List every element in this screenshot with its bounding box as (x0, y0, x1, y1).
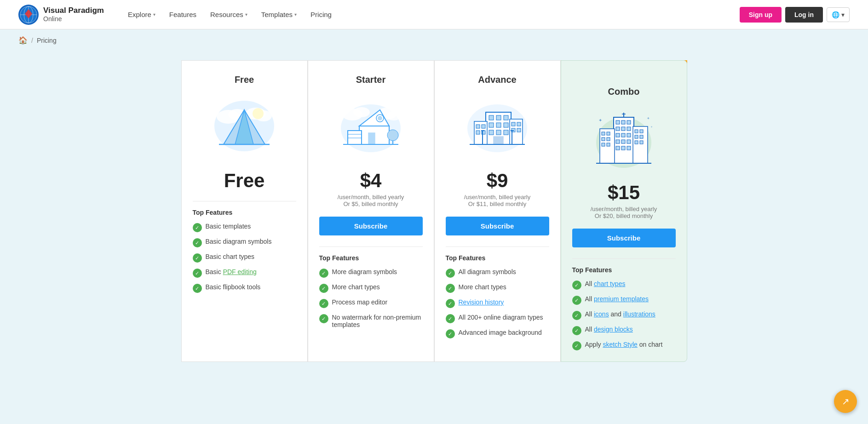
plan-starter: Starter (308, 60, 434, 362)
floating-share-button[interactable]: ↗ (834, 390, 857, 413)
list-item: ✓ All chart types (572, 280, 676, 290)
login-button[interactable]: Log in (785, 7, 823, 23)
svg-rect-47 (476, 131, 480, 134)
svg-rect-23 (348, 131, 362, 144)
list-item: ✓ No watermark for non-premium templates (319, 314, 423, 328)
pdf-editing-link[interactable]: PDF editing (223, 268, 257, 275)
svg-rect-70 (616, 140, 620, 143)
plan-advance-features-title: Top Features (446, 254, 549, 262)
plan-combo-price-alt: Or $20, billed monthly (572, 212, 676, 219)
main-nav: Explore ▾ Features Resources ▾ Templates… (122, 7, 740, 22)
plan-combo-price-sub: /user/month, billed yearly (572, 206, 676, 212)
plan-combo-price-value: $15 (572, 182, 676, 204)
plan-advance-illustration (446, 96, 549, 160)
plan-combo-features-title: Top Features (572, 266, 676, 274)
svg-point-28 (378, 116, 382, 120)
nav-templates[interactable]: Templates ▾ (256, 7, 302, 22)
plan-free-price-value: Free (193, 170, 296, 192)
revision-history-link[interactable]: Revision history (459, 298, 504, 306)
list-item: ✓ Apply sketch Style on chart (572, 341, 676, 350)
features-divider (572, 258, 676, 259)
svg-point-12 (253, 108, 264, 119)
svg-rect-84 (607, 143, 610, 146)
svg-rect-91 (640, 141, 643, 144)
plan-combo-feature-list: ✓ All chart types ✓ All premium template… (572, 280, 676, 350)
language-button[interactable]: 🌐 ▾ (827, 7, 850, 22)
check-icon: ✓ (446, 269, 455, 278)
check-icon: ✓ (572, 296, 581, 305)
chart-types-link[interactable]: chart types (594, 280, 625, 287)
svg-rect-53 (517, 128, 521, 132)
svg-rect-69 (627, 133, 631, 137)
svg-rect-26 (368, 133, 375, 144)
check-icon: ✓ (319, 299, 328, 308)
plan-advance-name: Advance (446, 74, 549, 85)
home-icon[interactable]: 🏠 (18, 36, 28, 45)
combo-subscribe-button[interactable]: Subscribe (572, 229, 676, 247)
svg-rect-39 (504, 123, 508, 127)
icons-link[interactable]: icons (594, 310, 609, 318)
main-content: MOST POPULAR Free (0, 51, 868, 424)
features-divider (319, 246, 423, 247)
chevron-down-icon: ▾ (245, 12, 247, 17)
check-icon: ✓ (319, 314, 328, 323)
svg-rect-73 (616, 146, 620, 150)
starter-subscribe-button[interactable]: Subscribe (319, 217, 423, 235)
plan-advance-price-sub: /user/month, billed yearly (446, 194, 549, 201)
advance-subscribe-button[interactable]: Subscribe (446, 217, 549, 235)
plan-starter-feature-list: ✓ More diagram symbols ✓ More chart type… (319, 268, 423, 328)
sketch-style-link[interactable]: sketch Style (603, 341, 637, 348)
check-icon: ✓ (193, 284, 202, 293)
plan-advance-price-alt: Or $11, billed monthly (446, 201, 549, 207)
svg-rect-45 (476, 125, 480, 128)
nav-pricing[interactable]: Pricing (305, 7, 337, 22)
check-icon: ✓ (572, 326, 581, 335)
svg-rect-41 (496, 130, 501, 135)
check-icon: ✓ (572, 311, 581, 320)
list-item: ✓ All premium templates (572, 295, 676, 305)
pricing-grid: MOST POPULAR Free (181, 60, 687, 362)
check-icon: ✓ (319, 284, 328, 293)
plan-advance: Advance (434, 60, 561, 362)
svg-rect-35 (496, 115, 501, 120)
plan-advance-feature-list: ✓ All diagram symbols ✓ More chart types… (446, 268, 549, 338)
illustrations-link[interactable]: illustrations (623, 310, 655, 318)
list-item: ✓ Revision history (446, 298, 549, 308)
plan-free-feature-list: ✓ Basic templates ✓ Basic diagram symbol… (193, 223, 296, 293)
premium-templates-link[interactable]: premium templates (594, 295, 649, 303)
svg-rect-63 (627, 120, 631, 124)
features-divider (446, 246, 549, 247)
plan-starter-price-sub: /user/month, billed yearly (319, 194, 423, 201)
features-divider (193, 201, 296, 201)
svg-point-20 (386, 111, 401, 120)
signup-button[interactable]: Sign up (740, 7, 782, 23)
list-item: ✓ All icons and illustrations (572, 310, 676, 320)
design-blocks-link[interactable]: design blocks (594, 326, 633, 333)
svg-text:✦: ✦ (647, 116, 650, 120)
svg-rect-87 (640, 130, 643, 133)
plan-starter-features-title: Top Features (319, 254, 423, 262)
svg-rect-83 (602, 143, 605, 146)
svg-rect-37 (489, 123, 494, 127)
logo-sub: Online (43, 15, 104, 23)
list-item: ✓ Basic diagram symbols (193, 238, 296, 247)
plan-combo-price: $15 /user/month, billed yearly Or $20, b… (572, 182, 676, 219)
svg-rect-61 (616, 120, 620, 124)
nav-features[interactable]: Features (164, 7, 202, 22)
svg-rect-62 (621, 120, 625, 124)
logo[interactable]: Visual Paradigm Online (18, 5, 104, 25)
svg-rect-88 (635, 135, 638, 138)
svg-rect-71 (621, 140, 625, 143)
plan-free-features-title: Top Features (193, 209, 296, 216)
plan-starter-price-alt: Or $5, billed monthly (319, 201, 423, 207)
nav-resources[interactable]: Resources ▾ (205, 7, 253, 22)
chevron-down-icon: ▾ (153, 12, 155, 17)
svg-point-18 (353, 107, 370, 117)
plan-free-price: Free (193, 170, 296, 192)
check-icon: ✓ (319, 269, 328, 278)
check-icon: ✓ (572, 341, 581, 350)
nav-explore[interactable]: Explore ▾ (122, 7, 161, 22)
svg-rect-46 (482, 125, 485, 128)
plan-advance-price: $9 /user/month, billed yearly Or $11, bi… (446, 170, 549, 207)
list-item: ✓ All 200+ online diagram types (446, 314, 549, 323)
